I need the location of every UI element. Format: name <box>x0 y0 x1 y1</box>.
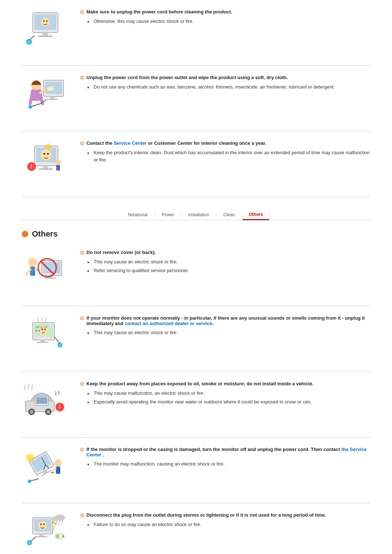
others-item-4: ⊙ If the monitor is dropped or the casin… <box>22 445 370 492</box>
svg-point-6 <box>41 18 50 26</box>
clean-item-3-bullets: Keep the product's interior clean. Dust … <box>80 149 370 163</box>
clean-item-2-content: ⊙ Unplug the power cord from the power o… <box>80 73 370 92</box>
others-illustration-1 <box>22 248 69 288</box>
svg-point-75 <box>40 524 42 525</box>
svg-point-23 <box>47 153 49 155</box>
others-heading-text: Others <box>32 229 58 239</box>
tab-clean[interactable]: Clean <box>217 210 241 220</box>
service-center-link-1[interactable]: Service Center <box>114 140 147 146</box>
svg-line-56 <box>24 385 25 390</box>
clean-item-1: ↺ ⊙ Make sure to unplug the power cord b… <box>22 7 370 54</box>
others-item-1-bullet-2: Refer servicing to qualified service per… <box>87 267 370 274</box>
svg-rect-33 <box>30 267 35 276</box>
others-item-5-bullets: Failure to do so may cause an electric s… <box>80 521 370 528</box>
others-item-1: ⊙ Do not remove cover (or back). This ma… <box>22 248 370 295</box>
clean-item-1-content: ⊙ Make sure to unplug the power cord bef… <box>80 7 370 26</box>
clean-item-3-title: ⊙ Contact the Service Center or Customer… <box>80 140 370 146</box>
svg-point-32 <box>28 258 37 267</box>
others-item-3-bullets: This may cause malfunction, an electric … <box>80 390 370 405</box>
svg-rect-20 <box>39 168 53 170</box>
others-item-4-content: ⊙ If the monitor is dropped or the casin… <box>80 445 370 469</box>
svg-text:↺: ↺ <box>28 541 31 545</box>
divider-1 <box>22 65 370 66</box>
caution-icon-o1: ⊙ <box>80 250 84 255</box>
svg-point-42 <box>44 329 46 330</box>
clean-illustration-3: ! <box>22 139 69 178</box>
nav-tabs: Notational | Power | Installation | Clea… <box>22 210 370 220</box>
svg-rect-53 <box>36 397 47 404</box>
svg-rect-39 <box>37 342 48 343</box>
others-heading: Others <box>22 229 370 239</box>
svg-text:⊕ ⊗: ⊕ ⊗ <box>35 329 40 332</box>
caution-icon-3: ⊙ <box>80 140 84 146</box>
svg-point-66 <box>54 459 62 467</box>
svg-line-58 <box>32 385 33 390</box>
svg-rect-14 <box>32 90 41 101</box>
others-item-2-bullets: This may cause an electric shock or fire… <box>80 329 370 336</box>
clean-section: ↺ ⊙ Make sure to unplug the power cord b… <box>22 7 370 186</box>
svg-point-8 <box>46 20 48 22</box>
svg-text:!: ! <box>30 164 32 169</box>
caution-icon-o3: ⊙ <box>80 381 84 387</box>
tab-others[interactable]: Others <box>242 210 270 220</box>
svg-point-41 <box>41 329 43 330</box>
svg-point-80 <box>53 516 60 521</box>
svg-rect-19 <box>43 166 48 168</box>
others-item-5: ↺ ⊙ Disconnect the plug from the outlet … <box>22 510 370 554</box>
svg-rect-85 <box>63 535 64 537</box>
others-item-1-title: ⊙ Do not remove cover (or back). <box>80 250 370 255</box>
authorized-dealer-link[interactable]: contact an authorized dealer or service <box>124 321 212 326</box>
tab-installation[interactable]: Installation <box>182 210 216 220</box>
svg-point-16 <box>28 105 32 109</box>
others-item-1-bullet-1: This may cause an electric shock or fire… <box>87 258 370 266</box>
svg-rect-12 <box>46 99 58 100</box>
svg-text:↺: ↺ <box>28 40 30 44</box>
divider-2 <box>22 131 370 131</box>
others-item-2-content: ⊙ If your monitor does not operate norma… <box>80 313 370 338</box>
svg-rect-86 <box>56 535 59 538</box>
others-item-5-bullet-1: Failure to do so may cause an electric s… <box>87 521 370 528</box>
others-section: ⊙ Do not remove cover (or back). This ma… <box>22 248 370 554</box>
svg-point-76 <box>43 524 45 525</box>
clean-item-1-title: ⊙ Make sure to unplug the power cord bef… <box>80 9 370 15</box>
clean-item-2: ⊙ Unplug the power cord from the power o… <box>22 73 370 120</box>
caution-icon-o4: ⊙ <box>80 447 84 452</box>
others-item-3-bullet-1: This may cause malfunction, an electric … <box>87 390 370 397</box>
others-illustration-5: ↺ <box>22 510 69 550</box>
tab-notational[interactable]: Notational <box>121 210 154 220</box>
svg-rect-38 <box>40 340 45 342</box>
nav-sep-5: | <box>269 212 270 217</box>
svg-text:↺: ↺ <box>58 344 61 347</box>
others-item-5-title: ⊙ Disconnect the plug from the outlet du… <box>80 512 370 518</box>
tab-power[interactable]: Power <box>155 210 181 220</box>
svg-rect-3 <box>38 36 53 37</box>
svg-text:!: ! <box>59 404 61 410</box>
others-item-3-title: ⊙ Keep the product away from places expo… <box>80 381 370 387</box>
clean-illustration-2 <box>22 73 69 113</box>
svg-line-83 <box>62 520 63 524</box>
svg-rect-73 <box>36 536 48 537</box>
others-item-1-content: ⊙ Do not remove cover (or back). This ma… <box>80 248 370 275</box>
others-divider-3 <box>22 437 370 438</box>
others-divider-4 <box>22 503 370 503</box>
clean-item-3-bullet-1: Keep the product's interior clean. Dust … <box>87 149 370 163</box>
caution-icon-o5: ⊙ <box>80 512 84 518</box>
main-divider <box>22 197 370 197</box>
svg-point-51 <box>46 410 50 414</box>
svg-rect-67 <box>56 467 60 474</box>
clean-item-1-bullets: Otherwise, this may cause electric shock… <box>80 18 370 25</box>
svg-rect-2 <box>42 33 48 36</box>
svg-point-22 <box>44 153 45 155</box>
svg-text:-30° ≧ -23: -30° ≧ -23 <box>35 326 47 328</box>
others-item-2: -30° ≧ -23 ⊕ ⊗ ↺ ⊙ If your monitor does … <box>22 313 370 361</box>
others-item-3: ! ⊙ Keep the product away from places ex… <box>22 379 370 426</box>
svg-line-82 <box>59 521 60 525</box>
clean-item-2-bullet-1: Do not use any chemicals such as wax, be… <box>87 83 370 91</box>
svg-point-69 <box>28 480 31 483</box>
svg-point-21 <box>41 149 52 160</box>
others-divider-1 <box>22 306 370 306</box>
clean-item-3: ! ⊙ Contact the Service Center or Custom… <box>22 139 370 186</box>
others-item-1-bullets: This may cause an electric shock or fire… <box>80 258 370 274</box>
others-illustration-4 <box>22 445 69 485</box>
others-divider-2 <box>22 372 370 372</box>
